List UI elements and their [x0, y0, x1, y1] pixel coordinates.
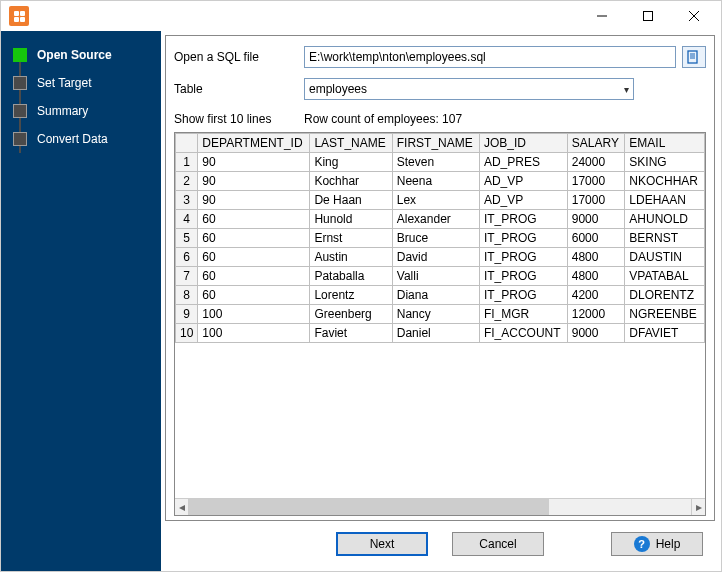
table-cell: DFAVIET [625, 324, 705, 343]
sql-file-input[interactable] [304, 46, 676, 68]
table-cell: 100 [198, 324, 310, 343]
table-cell: AD_PRES [479, 153, 567, 172]
table-cell: DLORENTZ [625, 286, 705, 305]
table-cell: De Haan [310, 191, 392, 210]
table-cell: 4200 [567, 286, 625, 305]
table-cell: IT_PROG [479, 229, 567, 248]
table-cell: VPATABAL [625, 267, 705, 286]
row-number-cell: 2 [176, 172, 198, 191]
row-number-cell: 9 [176, 305, 198, 324]
app-icon [9, 6, 29, 26]
table-row[interactable]: 860LorentzDianaIT_PROG4200DLORENTZ [176, 286, 705, 305]
column-header[interactable]: JOB_ID [479, 134, 567, 153]
wizard-footer: Next Cancel ? Help [165, 521, 715, 567]
table-cell: 60 [198, 210, 310, 229]
row-number-cell: 8 [176, 286, 198, 305]
help-button[interactable]: ? Help [611, 532, 703, 556]
table-cell: Pataballa [310, 267, 392, 286]
scroll-left-icon[interactable]: ◂ [175, 499, 189, 515]
scroll-thumb[interactable] [189, 499, 549, 515]
table-cell: AHUNOLD [625, 210, 705, 229]
scroll-right-icon[interactable]: ▸ [691, 499, 705, 515]
table-label: Table [174, 82, 304, 96]
table-cell: LDEHAAN [625, 191, 705, 210]
next-button[interactable]: Next [336, 532, 428, 556]
table-cell: 90 [198, 153, 310, 172]
table-cell: 17000 [567, 191, 625, 210]
horizontal-scrollbar[interactable]: ◂ ▸ [175, 498, 705, 515]
table-row[interactable]: 290KochharNeenaAD_VP17000NKOCHHAR [176, 172, 705, 191]
table-cell: NGREENBE [625, 305, 705, 324]
wizard-step-convert-data[interactable]: Convert Data [1, 125, 161, 153]
table-cell: Lorentz [310, 286, 392, 305]
step-indicator-icon [13, 48, 27, 62]
table-cell: 24000 [567, 153, 625, 172]
browse-file-button[interactable] [682, 46, 706, 68]
table-cell: Lex [392, 191, 479, 210]
table-cell: 90 [198, 191, 310, 210]
table-cell: King [310, 153, 392, 172]
table-cell: Faviet [310, 324, 392, 343]
table-cell: Nancy [392, 305, 479, 324]
maximize-button[interactable] [625, 1, 671, 31]
table-row[interactable]: 560ErnstBruceIT_PROG6000BERNST [176, 229, 705, 248]
column-header[interactable]: LAST_NAME [310, 134, 392, 153]
table-row[interactable]: 660AustinDavidIT_PROG4800DAUSTIN [176, 248, 705, 267]
step-indicator-icon [13, 104, 27, 118]
open-source-panel: Open a SQL file Table employees [165, 35, 715, 521]
table-cell: Hunold [310, 210, 392, 229]
minimize-button[interactable] [579, 1, 625, 31]
table-cell: SKING [625, 153, 705, 172]
table-row[interactable]: 390De HaanLexAD_VP17000LDEHAAN [176, 191, 705, 210]
row-number-cell: 6 [176, 248, 198, 267]
table-cell: Greenberg [310, 305, 392, 324]
table-cell: Valli [392, 267, 479, 286]
table-cell: 4800 [567, 248, 625, 267]
cancel-button[interactable]: Cancel [452, 532, 544, 556]
wizard-step-set-target[interactable]: Set Target [1, 69, 161, 97]
svg-rect-1 [644, 12, 653, 21]
table-cell: Alexander [392, 210, 479, 229]
table-cell: DAUSTIN [625, 248, 705, 267]
table-row[interactable]: 460HunoldAlexanderIT_PROG9000AHUNOLD [176, 210, 705, 229]
step-label: Set Target [37, 76, 91, 90]
row-number-cell: 7 [176, 267, 198, 286]
close-button[interactable] [671, 1, 717, 31]
table-cell: IT_PROG [479, 286, 567, 305]
table-cell: Daniel [392, 324, 479, 343]
column-header[interactable]: EMAIL [625, 134, 705, 153]
step-indicator-icon [13, 76, 27, 90]
step-label: Summary [37, 104, 88, 118]
wizard-step-summary[interactable]: Summary [1, 97, 161, 125]
row-number-cell: 3 [176, 191, 198, 210]
preview-grid[interactable]: DEPARTMENT_IDLAST_NAMEFIRST_NAMEJOB_IDSA… [174, 132, 706, 516]
svg-rect-4 [688, 51, 697, 63]
column-header[interactable]: SALARY [567, 134, 625, 153]
titlebar [1, 1, 721, 31]
step-indicator-icon [13, 132, 27, 146]
table-cell: 60 [198, 229, 310, 248]
table-cell: BERNST [625, 229, 705, 248]
help-label: Help [656, 537, 681, 551]
table-select-value: employees [309, 82, 367, 96]
table-cell: 60 [198, 248, 310, 267]
wizard-sidebar: Open SourceSet TargetSummaryConvert Data [1, 31, 161, 571]
row-number-cell: 5 [176, 229, 198, 248]
table-row[interactable]: 760PataballaValliIT_PROG4800VPATABAL [176, 267, 705, 286]
table-select[interactable]: employees ▾ [304, 78, 634, 100]
wizard-step-open-source[interactable]: Open Source [1, 41, 161, 69]
table-cell: 100 [198, 305, 310, 324]
table-cell: Neena [392, 172, 479, 191]
table-cell: 90 [198, 172, 310, 191]
table-cell: 60 [198, 267, 310, 286]
content-area: Open a SQL file Table employees [161, 31, 721, 571]
column-header[interactable]: DEPARTMENT_ID [198, 134, 310, 153]
chevron-down-icon: ▾ [624, 84, 629, 95]
table-row[interactable]: 190KingStevenAD_PRES24000SKING [176, 153, 705, 172]
table-row[interactable]: 10100FavietDanielFI_ACCOUNT9000DFAVIET [176, 324, 705, 343]
column-header[interactable]: FIRST_NAME [392, 134, 479, 153]
table-cell: AD_VP [479, 172, 567, 191]
table-row[interactable]: 9100GreenbergNancyFI_MGR12000NGREENBE [176, 305, 705, 324]
table-cell: IT_PROG [479, 267, 567, 286]
table-cell: Steven [392, 153, 479, 172]
